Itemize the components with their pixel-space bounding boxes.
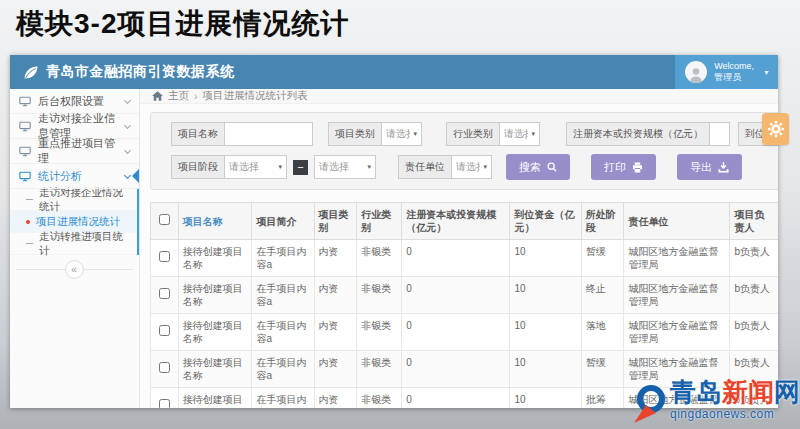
settings-flyout-button[interactable] [762, 113, 789, 145]
print-button-label: 打印 [604, 160, 626, 175]
cell-project-intro: 在手项目内容a [252, 314, 314, 351]
row-checkbox[interactable] [159, 325, 170, 336]
row-checkbox[interactable] [159, 399, 170, 408]
chevron-down-icon [124, 146, 131, 153]
cell-project-name: 接待创建项目名称 [178, 314, 252, 351]
cell-stage: 终止 [581, 277, 624, 314]
table-row: 接待创建项目名称 在手项目内容a 内资 非银类 0 10 终止 城阳区地方金融监… [151, 277, 779, 314]
select-value: 请选择 [504, 127, 528, 141]
welcome-line1: Welcome, [714, 61, 754, 71]
chevron-down-icon: ▾ [531, 130, 535, 138]
welcome-line2: 管理员 [714, 72, 741, 82]
project-stage-from-select[interactable]: 请选择 ▾ [225, 155, 287, 179]
responsible-unit-select[interactable]: 请选择 ▾ [452, 155, 492, 179]
cell-project-type: 内资 [314, 351, 357, 388]
cell-project-intro: 在手项目内容a [252, 277, 314, 314]
cell-funds: 10 [510, 351, 581, 388]
search-icon [547, 162, 557, 172]
monitor-icon [19, 171, 31, 182]
export-button-label: 导出 [690, 160, 712, 175]
row-checkbox[interactable] [159, 251, 170, 262]
registered-capital-label: 注册资本或投资规模（亿元） [566, 122, 710, 146]
chevron-down-icon: ▾ [367, 163, 371, 171]
breadcrumb-separator: › [194, 90, 198, 102]
col-responsible-unit: 责任单位 [624, 203, 730, 240]
user-menu[interactable]: Welcome, 管理员 ▼ [675, 55, 778, 89]
cell-owner: b负责人 [730, 240, 778, 277]
table-row: 接待创建项目名称 在手项目内容a 内资 非银类 0 10 暂缓 城阳区地方金融监… [151, 240, 779, 277]
row-checkbox[interactable] [159, 362, 170, 373]
cell-project-name: 接待创建项目名称 [178, 277, 252, 314]
page-title: 模块3-2项目进展情况统计 [16, 5, 349, 43]
project-stage-to-select[interactable]: 请选择 ▾ [314, 155, 376, 179]
qingdaonews-logo-icon [632, 383, 668, 423]
qingdaonews-text: 青岛新闻网 qingdaonews.com [670, 379, 800, 421]
dot-bullet-icon [26, 220, 30, 224]
monitor-icon [19, 146, 31, 157]
cell-project-name: 接待创建项目名称 [178, 240, 252, 277]
sidebar-collapse-button[interactable]: « [65, 260, 84, 279]
cell-stage: 暂缓 [581, 240, 624, 277]
dash-bullet-icon [26, 199, 33, 200]
chevron-down-icon: ▾ [278, 163, 282, 171]
sidebar-item-label: 后台权限设置 [38, 94, 104, 109]
registered-capital-input[interactable] [710, 122, 730, 146]
cell-project-name: 接待创建项目名称 [178, 351, 252, 388]
search-button[interactable]: 搜索 [506, 154, 570, 180]
monitor-icon [19, 121, 31, 132]
cell-industry: 非银类 [357, 277, 402, 314]
col-project-name[interactable]: 项目名称 [178, 203, 252, 240]
project-stage-label: 项目阶段 [171, 155, 225, 179]
cell-project-type: 内资 [314, 314, 357, 351]
print-button[interactable]: 打印 [591, 154, 656, 180]
table-row: 接待创建项目名称 在手项目内容a 内资 非银类 0 10 落地 城阳区地方金融监… [151, 314, 779, 351]
qingdaonews-watermark: 青岛新闻网 qingdaonews.com [632, 379, 800, 423]
cell-capital: 0 [402, 314, 510, 351]
col-owner: 项目负责人 [730, 203, 778, 240]
cell-funds: 10 [510, 240, 581, 277]
cell-project-intro: 在手项目内容a [252, 388, 314, 409]
sidebar: 后台权限设置 走访对接企业信息管理 重点推进项目管理 统计分析 [10, 89, 140, 408]
cell-capital: 0 [402, 240, 510, 277]
main-area: 主页 › 项目进展情况统计列表 项目名称 项目类别 请 [140, 89, 778, 408]
breadcrumb-home[interactable]: 主页 [168, 89, 189, 103]
col-project-intro: 项目简介 [252, 203, 314, 240]
cell-funds: 10 [510, 388, 581, 409]
cell-industry: 非银类 [357, 351, 402, 388]
chevron-down-icon [124, 96, 131, 103]
chevron-down-icon: ▼ [763, 69, 770, 76]
sidebar-subitem-label: 走访对接企业情况统计 [39, 186, 131, 214]
responsible-unit-label: 责任单位 [398, 155, 452, 179]
cell-capital: 0 [402, 277, 510, 314]
cell-industry: 非银类 [357, 388, 402, 409]
app-window: 青岛市金融招商引资数据系统 Welcome, 管理员 ▼ 后台权限设置 走访对接… [10, 55, 778, 408]
industry-type-select[interactable]: 请选择 ▾ [500, 122, 540, 146]
app-header: 青岛市金融招商引资数据系统 Welcome, 管理员 ▼ [10, 55, 778, 89]
select-all-checkbox[interactable] [159, 214, 170, 225]
cell-capital: 0 [402, 351, 510, 388]
cell-funds: 10 [510, 314, 581, 351]
col-industry-type: 行业类别 [357, 203, 402, 240]
sidebar-item-key-project-mgmt[interactable]: 重点推进项目管理 [10, 139, 139, 164]
avatar [685, 61, 707, 83]
watermark-url: qingdaonews.com [670, 407, 774, 421]
project-name-input[interactable] [225, 122, 313, 146]
row-checkbox[interactable] [159, 288, 170, 299]
cell-project-type: 内资 [314, 277, 357, 314]
chevron-down-icon [124, 121, 131, 128]
sidebar-item-statistics[interactable]: 统计分析 [10, 164, 139, 189]
breadcrumb-current: 项目进展情况统计列表 [203, 89, 308, 103]
cell-capital: 0 [402, 388, 510, 409]
cell-unit: 城阳区地方金融监督管理局 [624, 314, 730, 351]
search-button-label: 搜索 [519, 160, 541, 175]
sidebar-subitem-visit-conversion-stats[interactable]: 走访转推进项目统计 [10, 233, 137, 255]
project-type-select[interactable]: 请选择 ▾ [382, 122, 422, 146]
export-button[interactable]: 导出 [677, 154, 742, 180]
sidebar-subitem-visit-enterprise-stats[interactable]: 走访对接企业情况统计 [10, 189, 137, 211]
cell-stage: 落地 [581, 314, 624, 351]
printer-icon [632, 162, 643, 173]
sidebar-subitem-label: 走访转推进项目统计 [39, 230, 131, 258]
cell-industry: 非银类 [357, 240, 402, 277]
sidebar-item-label: 重点推进项目管理 [38, 136, 118, 166]
home-icon [152, 91, 163, 101]
